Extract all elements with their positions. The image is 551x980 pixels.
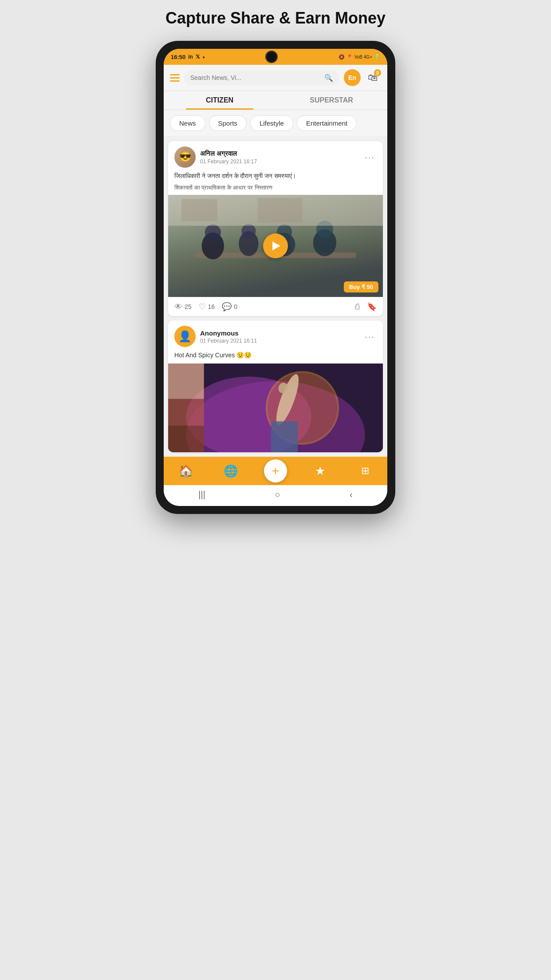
location-icon: 📍 xyxy=(346,54,353,60)
post-meta-1: अनिल अग्रवाल 01 February 2021 16:17 xyxy=(200,150,358,165)
dot-icon: • xyxy=(203,54,205,60)
avatar-image-2: 👤 xyxy=(174,326,196,347)
gesture-back[interactable]: ‹ xyxy=(350,490,353,500)
heart-icon: ♡ xyxy=(199,302,206,312)
comment-icon: 💬 xyxy=(222,302,232,312)
views-count: 25 xyxy=(185,303,192,310)
bookmark-button[interactable]: 🔖 xyxy=(367,302,377,312)
phone-device: 16:50 in 𝕏 • 🔕 📍 VoB 4G+ 🔋 🔍 xyxy=(156,41,395,514)
page-title: Capture Share & Earn Money xyxy=(157,9,394,28)
status-bar: 16:50 in 𝕏 • 🔕 📍 VoB 4G+ 🔋 xyxy=(164,49,387,65)
play-triangle xyxy=(272,241,280,250)
signal-text: VoB 4G+ xyxy=(354,55,372,59)
phone-screen: 16:50 in 𝕏 • 🔕 📍 VoB 4G+ 🔋 🔍 xyxy=(164,49,387,506)
comments-action[interactable]: 💬 0 xyxy=(222,302,237,312)
post-time-1: 01 February 2021 16:17 xyxy=(200,158,358,165)
svg-rect-11 xyxy=(258,198,303,222)
pill-sports[interactable]: Sports xyxy=(209,115,247,131)
post-subtext-1: शिकायतों का प्राथमिकता के आधार पर निस्ता… xyxy=(168,184,383,195)
likes-action[interactable]: ♡ 16 xyxy=(199,302,215,312)
svg-rect-17 xyxy=(168,399,204,426)
avatar-1: 😎 xyxy=(174,146,196,168)
post-header-1: 😎 अनिल अग्रवाल 01 February 2021 16:17 ··… xyxy=(168,141,383,171)
cart-button[interactable]: 🛍 0 xyxy=(364,69,381,86)
main-tabs: CITIZEN SUPERSTAR xyxy=(164,91,387,110)
tab-superstar[interactable]: SUPERSTAR xyxy=(276,91,387,110)
globe-icon: 🌐 xyxy=(224,464,238,478)
home-icon: 🏠 xyxy=(179,464,193,478)
post-actions-1: 👁 25 ♡ 16 💬 0 ⎙ 🔖 xyxy=(168,297,383,316)
linkedin-icon: in xyxy=(188,54,193,60)
gesture-home[interactable]: ○ xyxy=(275,490,280,500)
status-right: 🔕 📍 VoB 4G+ 🔋 xyxy=(338,54,380,60)
nav-apps[interactable]: ⊞ xyxy=(342,465,387,477)
star-icon: ★ xyxy=(315,464,325,478)
bottom-nav: 🏠 🌐 + ★ ⊞ xyxy=(164,457,387,485)
share-icon: ⎙ xyxy=(355,302,360,312)
post-author-2: Anonymous xyxy=(200,329,358,337)
nav-star[interactable]: ★ xyxy=(298,464,342,478)
nav-globe[interactable]: 🌐 xyxy=(209,464,253,478)
category-pills: News Sports Lifestyle Entertainment xyxy=(164,110,387,137)
more-button-2[interactable]: ··· xyxy=(363,332,377,342)
nav-home[interactable]: 🏠 xyxy=(164,464,209,478)
buy-badge-1[interactable]: Buy ₹ 50 xyxy=(344,281,378,292)
pill-lifestyle[interactable]: Lifestyle xyxy=(250,115,293,131)
front-camera xyxy=(265,51,278,63)
post-text-2: Hot And Spicy Curves 😟😟 xyxy=(168,351,383,364)
post-text-1: जिलाधिकारी ने जनता दर्शन के दौरान सुनी ज… xyxy=(168,171,383,184)
post-card-2: 👤 Anonymous 01 February 2021 16:11 ··· H… xyxy=(168,320,383,452)
comments-count: 0 xyxy=(234,303,237,310)
status-left: 16:50 in 𝕏 • xyxy=(171,54,205,60)
language-button[interactable]: En xyxy=(344,69,361,86)
plus-icon: + xyxy=(272,464,279,478)
svg-rect-18 xyxy=(168,426,204,452)
post-meta-2: Anonymous 01 February 2021 16:11 xyxy=(200,329,358,344)
battery-icon: 🔋 xyxy=(374,54,380,60)
feed: 😎 अनिल अग्रवाल 01 February 2021 16:17 ··… xyxy=(164,137,387,457)
post-header-2: 👤 Anonymous 01 February 2021 16:11 ··· xyxy=(168,320,383,351)
twitter-icon: 𝕏 xyxy=(196,54,200,60)
apps-icon: ⊞ xyxy=(361,465,369,477)
post-author-1: अनिल अग्रवाल xyxy=(200,150,358,158)
avatar-image-1: 😎 xyxy=(174,146,196,168)
more-button-1[interactable]: ··· xyxy=(363,152,377,162)
svg-point-4 xyxy=(241,224,256,238)
search-icon: 🔍 xyxy=(324,74,333,82)
svg-point-2 xyxy=(205,225,221,241)
gesture-bar: ||| ○ ‹ xyxy=(164,485,387,506)
post-media-1: Buy ₹ 50 xyxy=(168,195,383,297)
play-button-1[interactable] xyxy=(263,233,288,258)
media-scene-2 xyxy=(168,364,383,452)
gesture-menu[interactable]: ||| xyxy=(198,490,205,500)
add-button[interactable]: + xyxy=(264,459,287,482)
eye-icon: 👁 xyxy=(174,302,182,312)
avatar-2: 👤 xyxy=(174,326,196,347)
post-card-1: 😎 अनिल अग्रवाल 01 February 2021 16:17 ··… xyxy=(168,141,383,316)
post-media-2 xyxy=(168,364,383,452)
cart-badge: 0 xyxy=(374,69,381,76)
search-input[interactable] xyxy=(190,74,321,81)
pill-news[interactable]: News xyxy=(170,115,205,131)
tab-citizen[interactable]: CITIZEN xyxy=(164,91,276,110)
search-box[interactable]: 🔍 xyxy=(184,71,339,85)
app-header: 🔍 En 🛍 0 xyxy=(164,65,387,91)
hamburger-menu[interactable] xyxy=(170,74,180,82)
status-time: 16:50 xyxy=(171,54,185,60)
mute-icon: 🔕 xyxy=(338,54,345,60)
nav-add[interactable]: + xyxy=(253,459,298,482)
share-action[interactable]: ⎙ xyxy=(355,302,360,312)
post-time-2: 01 February 2021 16:11 xyxy=(200,338,358,344)
svg-rect-16 xyxy=(168,364,204,399)
artwork-scene-svg xyxy=(168,364,383,452)
pill-entertainment[interactable]: Entertainment xyxy=(297,115,357,131)
likes-count: 16 xyxy=(208,303,215,310)
svg-rect-10 xyxy=(181,199,217,221)
views-action: 👁 25 xyxy=(174,302,192,312)
svg-rect-21 xyxy=(271,421,298,452)
header-right: En 🛍 0 xyxy=(344,69,381,86)
